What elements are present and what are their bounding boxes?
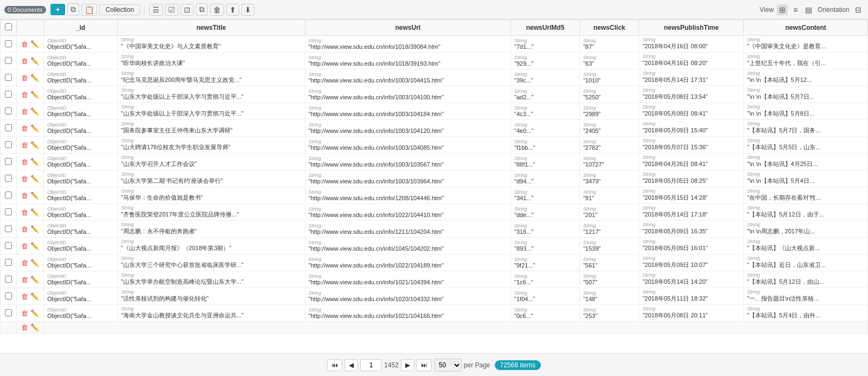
page-last-btn[interactable]: ⏭ <box>417 359 432 371</box>
row-checkbox-cell[interactable] <box>1 69 17 86</box>
row-checkbox[interactable] <box>5 91 12 98</box>
view-list-btn[interactable]: ≡ <box>791 4 800 15</box>
header-newsContent[interactable]: newsContent <box>744 20 868 36</box>
edit-icon[interactable]: ✏️ <box>30 192 39 200</box>
edit-icon[interactable]: ✏️ <box>30 124 39 132</box>
delete-icon[interactable]: 🗑 <box>21 208 28 216</box>
download-icon-btn[interactable]: ⬇ <box>241 4 254 16</box>
check-icon-btn[interactable]: ☑ <box>165 4 178 16</box>
row-checkbox-cell[interactable] <box>1 120 17 137</box>
row-checkbox-cell[interactable] <box>1 288 17 305</box>
page-first-btn[interactable]: ⏮ <box>327 359 342 371</box>
row-checkbox-cell[interactable] <box>1 53 17 69</box>
edit-icon[interactable]: ✏️ <box>30 107 39 116</box>
row-checkbox-cell[interactable] <box>1 103 17 120</box>
edit-icon[interactable]: ✏️ <box>30 57 39 65</box>
edit-icon[interactable]: ✏️ <box>30 292 39 301</box>
view-grid-btn[interactable]: ⊞ <box>777 4 788 15</box>
edit-icon[interactable]: ✏️ <box>30 40 39 48</box>
list-icon-btn[interactable]: ☰ <box>149 4 163 16</box>
row-checkbox-cell[interactable] <box>1 204 17 221</box>
edit-icon[interactable]: ✏️ <box>30 141 39 149</box>
row-checkbox[interactable] <box>5 175 12 182</box>
row-checkbox-cell[interactable] <box>1 254 17 271</box>
row-checkbox-cell[interactable] <box>1 36 17 53</box>
delete-icon[interactable]: 🗑 <box>21 192 28 200</box>
row-checkbox[interactable] <box>5 141 12 148</box>
edit-icon[interactable]: ✏️ <box>30 242 39 250</box>
header-newsClick[interactable]: newsClick <box>579 20 639 36</box>
table-wrapper[interactable]: _id newsTitle newsUrl newsUrlMd5 newsCli… <box>0 20 868 353</box>
per-page-select[interactable]: 50 25 100 <box>434 359 462 372</box>
row-checkbox-cell[interactable] <box>1 221 17 238</box>
edit-icon[interactable]: ✏️ <box>30 259 39 267</box>
delete-icon[interactable]: 🗑 <box>21 107 28 116</box>
header-newsUrl[interactable]: newsUrl <box>305 20 511 36</box>
page-input[interactable] <box>360 359 382 371</box>
collection-button[interactable]: Collection <box>99 4 140 15</box>
header-id[interactable]: _id <box>44 20 118 36</box>
edit-icon[interactable]: ✏️ <box>30 309 39 317</box>
copy-icon-btn[interactable]: ⧉ <box>67 3 79 16</box>
row-checkbox[interactable] <box>5 124 12 131</box>
row-checkbox[interactable] <box>5 225 12 232</box>
delete-icon[interactable]: 🗑 <box>21 40 28 48</box>
delete-icon[interactable]: 🗑 <box>21 175 28 183</box>
row-checkbox-cell[interactable] <box>1 86 17 103</box>
page-prev-btn[interactable]: ◀ <box>344 359 358 371</box>
header-check[interactable] <box>1 20 17 36</box>
row-checkbox[interactable] <box>5 259 12 266</box>
delete-icon[interactable]: 🗑 <box>21 225 28 233</box>
edit-icon[interactable]: ✏️ <box>30 276 39 284</box>
row-checkbox-cell[interactable] <box>1 305 17 322</box>
paste-icon-btn[interactable]: 📋 <box>81 4 97 16</box>
orientation-btn[interactable]: ⊟ <box>853 4 864 15</box>
row-checkbox[interactable] <box>5 242 12 249</box>
header-newsTitle[interactable]: newsTitle <box>117 20 305 36</box>
row-checkbox-cell[interactable] <box>1 154 17 170</box>
edit-icon[interactable]: ✏️ <box>30 158 39 166</box>
row-checkbox-cell[interactable] <box>1 271 17 288</box>
upload-icon-btn[interactable]: ⬆ <box>226 4 239 16</box>
edit-icon[interactable]: ✏️ <box>30 91 39 99</box>
delete-icon[interactable]: 🗑 <box>21 124 28 132</box>
row-checkbox[interactable] <box>5 276 12 283</box>
row-checkbox-cell[interactable] <box>1 238 17 254</box>
row-checkbox[interactable] <box>5 292 12 299</box>
delete-icon[interactable]: 🗑 <box>21 309 28 317</box>
edit-icon[interactable]: ✏️ <box>30 208 39 216</box>
row-checkbox[interactable] <box>5 192 12 199</box>
row-checkbox[interactable] <box>5 309 12 316</box>
delete-icon[interactable]: 🗑 <box>21 242 28 250</box>
delete-icon[interactable]: 🗑 <box>21 57 28 65</box>
copy2-icon-btn[interactable]: ⧉ <box>196 3 208 16</box>
trash-icon-btn[interactable]: 🗑 <box>210 4 224 16</box>
row-checkbox-cell[interactable] <box>1 187 17 204</box>
row-checkbox[interactable] <box>5 208 12 215</box>
add-edit-icon[interactable]: ✏️ <box>30 323 39 332</box>
view-tree-btn[interactable]: ▤ <box>803 4 814 15</box>
delete-icon[interactable]: 🗑 <box>21 141 28 149</box>
header-newsPublishTime[interactable]: newsPublishTime <box>639 20 744 36</box>
row-checkbox-cell[interactable] <box>1 170 17 187</box>
select-all-checkbox[interactable] <box>5 23 12 30</box>
row-checkbox-cell[interactable] <box>1 137 17 154</box>
delete-icon[interactable]: 🗑 <box>21 259 28 267</box>
edit-icon[interactable]: ✏️ <box>30 175 39 183</box>
add-button[interactable]: + <box>50 4 66 15</box>
filter-icon-btn[interactable]: ⊡ <box>181 4 194 16</box>
delete-icon[interactable]: 🗑 <box>21 276 28 284</box>
header-newsUrlMd5[interactable]: newsUrlMd5 <box>511 20 580 36</box>
row-checkbox[interactable] <box>5 40 12 47</box>
delete-icon[interactable]: 🗑 <box>21 74 28 82</box>
page-next-btn[interactable]: ▶ <box>401 359 414 371</box>
row-checkbox[interactable] <box>5 107 12 114</box>
delete-icon[interactable]: 🗑 <box>21 158 28 166</box>
delete-icon[interactable]: 🗑 <box>21 292 28 301</box>
edit-icon[interactable]: ✏️ <box>30 225 39 233</box>
row-checkbox[interactable] <box>5 74 12 81</box>
add-delete-icon[interactable]: 🗑 <box>21 323 28 332</box>
edit-icon[interactable]: ✏️ <box>30 74 39 82</box>
row-checkbox[interactable] <box>5 57 12 64</box>
delete-icon[interactable]: 🗑 <box>21 91 28 99</box>
